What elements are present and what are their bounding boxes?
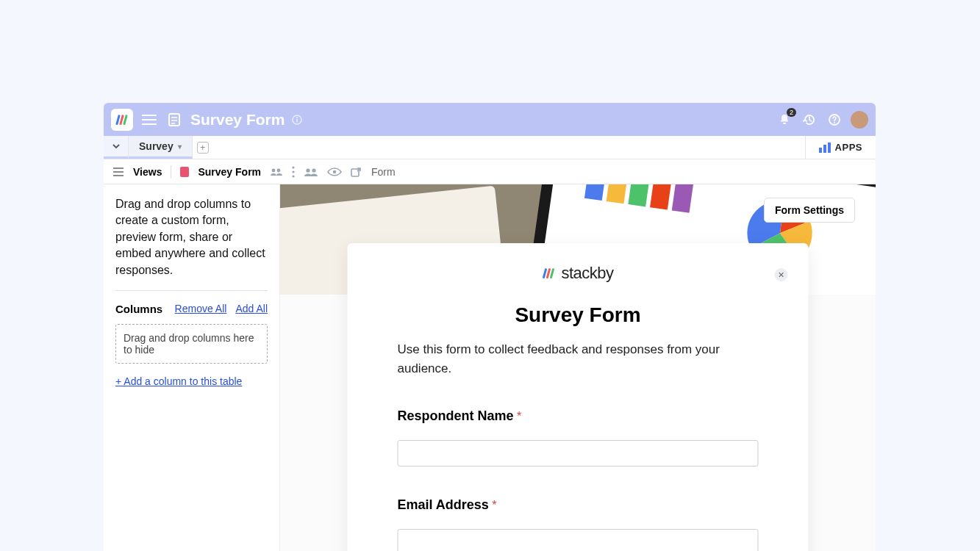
app-logo[interactable] xyxy=(111,109,133,131)
svg-rect-7 xyxy=(783,123,786,124)
columns-heading: Columns xyxy=(115,303,162,315)
avatar[interactable] xyxy=(851,111,868,129)
svg-rect-12 xyxy=(828,143,831,153)
respondent-name-input[interactable] xyxy=(398,440,759,467)
close-icon: ✕ xyxy=(778,270,784,280)
brand-name: stackby xyxy=(561,264,613,283)
form-settings-button[interactable]: Form Settings xyxy=(764,198,855,223)
tab-bar: Survey ▾ + APPS xyxy=(104,136,876,159)
columns-header: Columns Remove All Add All xyxy=(115,303,268,315)
history-icon xyxy=(803,113,816,126)
form-field: Respondent Name * xyxy=(398,408,759,467)
svg-point-16 xyxy=(292,170,294,173)
add-tab-button[interactable]: + xyxy=(193,136,213,159)
view-name[interactable]: Survey Form xyxy=(198,166,261,178)
history-button[interactable] xyxy=(801,111,818,129)
plus-icon: + xyxy=(197,142,209,154)
titlebar: Survey Form 2 xyxy=(104,103,876,136)
app-window: Survey Form 2 Survey ▾ + APPS xyxy=(104,103,876,551)
hamburger-menu-icon[interactable] xyxy=(140,111,158,129)
views-label[interactable]: Views xyxy=(133,166,162,178)
hamburger-icon[interactable] xyxy=(112,168,124,176)
tab-survey[interactable]: Survey ▾ xyxy=(129,136,193,159)
sidebar-help-text: Drag and drop columns to create a custom… xyxy=(115,196,268,278)
form-description[interactable]: Use this form to collect feedback and re… xyxy=(398,340,759,378)
svg-point-14 xyxy=(277,168,281,172)
notifications-badge: 2 xyxy=(787,108,796,117)
info-icon[interactable] xyxy=(292,115,302,125)
form-card: stackby ✕ Survey Form Use this form to c… xyxy=(348,243,809,551)
apps-icon xyxy=(819,143,831,153)
svg-point-15 xyxy=(292,166,294,168)
svg-point-9 xyxy=(834,122,835,123)
svg-point-20 xyxy=(333,170,336,173)
form-canvas: Form Settings stackby ✕ Survey Form Use … xyxy=(280,184,876,551)
form-field: Email Address * xyxy=(398,497,759,551)
svg-point-17 xyxy=(292,175,294,177)
tab-label: Survey xyxy=(139,140,174,152)
svg-rect-10 xyxy=(819,148,822,153)
people-icon[interactable] xyxy=(270,168,283,176)
tab-dropdown-caret: ▾ xyxy=(178,143,182,151)
app-logo-icon xyxy=(115,113,129,126)
apps-button[interactable]: APPS xyxy=(805,136,876,159)
tab-list-chevron[interactable] xyxy=(104,136,129,159)
brand-logo-icon xyxy=(542,267,555,280)
svg-point-13 xyxy=(272,168,276,172)
divider xyxy=(171,165,171,179)
add-column-link[interactable]: + Add a column to this table xyxy=(115,375,268,387)
form-type-label: Form xyxy=(371,166,396,178)
content-area: Drag and drop columns to create a custom… xyxy=(104,184,876,551)
more-icon[interactable] xyxy=(292,166,295,178)
apps-label: APPS xyxy=(835,142,862,153)
view-toolbar: Views Survey Form Form xyxy=(104,159,876,184)
add-all-link[interactable]: Add All xyxy=(235,303,268,314)
svg-point-19 xyxy=(312,168,315,172)
eye-icon[interactable] xyxy=(327,167,342,177)
email-address-input[interactable] xyxy=(398,529,759,551)
required-asterisk: * xyxy=(492,499,496,511)
form-icon xyxy=(180,167,189,177)
help-icon xyxy=(828,113,841,126)
document-icon xyxy=(165,111,183,129)
svg-rect-11 xyxy=(823,145,826,153)
remove-brand-button[interactable]: ✕ xyxy=(775,268,788,281)
field-label[interactable]: Respondent Name * xyxy=(398,408,759,424)
field-label[interactable]: Email Address * xyxy=(398,497,759,513)
share-people-icon[interactable] xyxy=(304,168,318,176)
share-arrow-icon[interactable] xyxy=(351,167,362,177)
svg-point-18 xyxy=(306,168,310,172)
form-title[interactable]: Survey Form xyxy=(398,303,759,327)
notifications-button[interactable]: 2 xyxy=(776,111,793,129)
remove-all-link[interactable]: Remove All xyxy=(175,303,227,314)
chevron-down-icon xyxy=(112,142,121,151)
page-title[interactable]: Survey Form xyxy=(190,111,285,129)
required-asterisk: * xyxy=(517,410,521,422)
columns-drop-zone[interactable]: Drag and drop columns here to hide xyxy=(115,324,268,364)
form-brand: stackby ✕ xyxy=(398,264,759,283)
divider xyxy=(115,290,268,291)
form-sidebar: Drag and drop columns to create a custom… xyxy=(104,184,280,551)
svg-rect-5 xyxy=(297,119,298,123)
help-button[interactable] xyxy=(826,111,843,129)
svg-point-6 xyxy=(296,117,298,118)
